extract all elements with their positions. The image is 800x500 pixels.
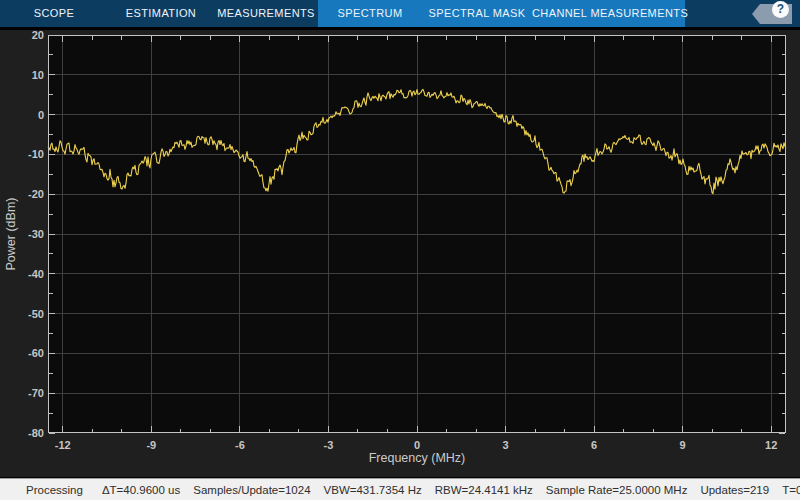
tab-estimation[interactable]: ESTIMATION <box>108 0 214 27</box>
x-tick-label: 3 <box>484 437 528 453</box>
x-tick-label: -12 <box>41 437 85 453</box>
toolbar-tabstrip: SCOPE ESTIMATION MEASUREMENTS SPECTRUM S… <box>0 0 800 27</box>
y-tick-label: 0 <box>0 107 44 123</box>
x-tick-label: -9 <box>129 437 173 453</box>
status-sample-rate: Sample Rate=25.0000 MHz <box>546 484 688 496</box>
tab-spectrum[interactable]: SPECTRUM <box>318 0 422 27</box>
x-tick-label: 0 <box>395 437 439 453</box>
tab-scope[interactable]: SCOPE <box>0 0 108 27</box>
x-tick-label: 9 <box>661 437 705 453</box>
x-tick-label: -3 <box>306 437 350 453</box>
status-updates: Updates=219 <box>700 484 769 496</box>
y-tick-label: -40 <box>0 266 44 282</box>
help-icon[interactable]: ? <box>772 1 789 18</box>
y-tick-label: -30 <box>0 226 44 242</box>
x-tick-label: 12 <box>749 437 793 453</box>
plot-region: Frequency (MHz) Power (dBm) -12-9-6-3036… <box>0 27 800 477</box>
y-tick-label: -80 <box>0 425 44 441</box>
status-time: T=0.00 <box>782 484 800 496</box>
tab-spectral-mask[interactable]: SPECTRAL MASK <box>422 0 532 27</box>
y-tick-label: -70 <box>0 385 44 401</box>
tab-measurements[interactable]: MEASUREMENTS <box>214 0 318 27</box>
tab-channel-measurements[interactable]: CHANNEL MEASUREMENTS <box>532 0 685 27</box>
x-tick-label: 6 <box>572 437 616 453</box>
y-tick-label: -20 <box>0 186 44 202</box>
y-tick-label: 20 <box>0 27 44 43</box>
status-samples-per-update: Samples/Update=1024 <box>193 484 310 496</box>
status-delta-t: ΔT=40.9600 us <box>102 484 180 496</box>
status-vbw: VBW=431.7354 Hz <box>324 484 422 496</box>
y-tick-label: -60 <box>0 345 44 361</box>
x-axis-title: Frequency (MHz) <box>267 451 567 465</box>
status-bar: Processing ΔT=40.9600 us Samples/Update=… <box>0 478 800 500</box>
x-tick-label: -6 <box>218 437 262 453</box>
spectrum-plot[interactable] <box>0 27 800 477</box>
status-processing: Processing <box>26 484 83 496</box>
y-tick-label: -10 <box>0 146 44 162</box>
status-rbw: RBW=24.4141 kHz <box>435 484 533 496</box>
y-tick-label: 10 <box>0 67 44 83</box>
y-tick-label: -50 <box>0 306 44 322</box>
spectrum-analyzer-window: SCOPE ESTIMATION MEASUREMENTS SPECTRUM S… <box>0 0 800 500</box>
